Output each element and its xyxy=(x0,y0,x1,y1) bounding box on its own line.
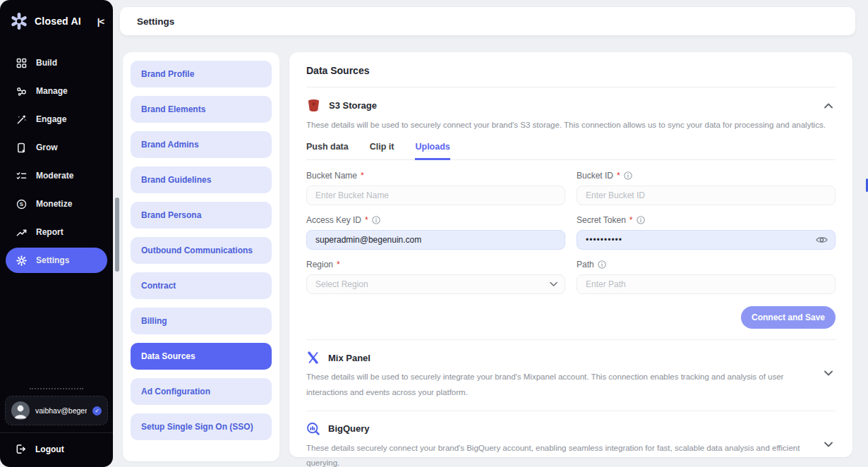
bucket-id-input[interactable] xyxy=(577,186,836,205)
sidebar-item-label: Settings xyxy=(36,255,69,265)
chevron-down-icon xyxy=(550,282,557,287)
required-marker: * xyxy=(361,171,364,181)
settings-nav-item-ad-configuration[interactable]: Ad Configuration xyxy=(131,378,272,405)
eye-icon[interactable] xyxy=(816,236,828,244)
path-input[interactable] xyxy=(577,274,836,294)
bucket-id-label: Bucket ID xyxy=(577,171,613,181)
verified-badge-icon: ✓ xyxy=(92,406,102,416)
region-field: Region * Select Region xyxy=(306,260,565,294)
settings-nav-item-outbound-communications[interactable]: Outbound Communications xyxy=(131,237,272,264)
sidebar-item-label: Monetize xyxy=(36,199,72,209)
settings-nav-item-brand-persona[interactable]: Brand Persona xyxy=(131,202,272,229)
logout-label: Logout xyxy=(35,444,64,454)
settings-gear-icon xyxy=(16,255,27,266)
sidebar-collapse-icon[interactable]: |< xyxy=(97,16,104,27)
tab-clip-it[interactable]: Clip it xyxy=(370,142,394,159)
page-title: Settings xyxy=(137,16,174,27)
sidebar-bottom: vaibhav@begenu... ✓ Logout xyxy=(0,388,113,467)
logout-button[interactable]: Logout xyxy=(0,432,113,467)
required-marker: * xyxy=(617,171,620,181)
manage-nodes-icon xyxy=(16,85,27,97)
settings-nav-item-billing[interactable]: Billing xyxy=(131,308,272,334)
mixpanel-icon xyxy=(306,351,320,365)
sidebar-item-monetize[interactable]: S Monetize xyxy=(0,191,113,217)
sidebar-item-settings[interactable]: Settings xyxy=(6,248,107,273)
sidebar-item-label: Build xyxy=(36,58,57,68)
avatar xyxy=(11,401,30,420)
secret-token-label: Secret Token xyxy=(577,215,626,225)
chevron-up-icon[interactable] xyxy=(821,100,836,111)
mixpanel-title: Mix Panel xyxy=(328,353,370,363)
bigquery-description: These details securely connect your bran… xyxy=(306,441,810,467)
bucket-name-label: Bucket Name xyxy=(306,171,357,181)
info-icon[interactable] xyxy=(598,260,606,269)
required-marker: * xyxy=(365,215,368,225)
s3-title: S3 Storage xyxy=(329,100,377,111)
settings-nav: Brand Profile Brand Elements Brand Admin… xyxy=(123,52,279,461)
settings-nav-item-brand-elements[interactable]: Brand Elements xyxy=(131,96,272,123)
grow-device-icon xyxy=(16,142,27,153)
sidebar-item-label: Engage xyxy=(36,114,66,124)
mixpanel-description: These details will be used to securely i… xyxy=(306,370,810,400)
settings-nav-item-data-sources[interactable]: Data Sources xyxy=(131,343,272,370)
s3-description: These details will be used to securely c… xyxy=(306,118,836,133)
bigquery-icon xyxy=(306,422,320,436)
settings-nav-item-sso[interactable]: Setup Single Sign On (SSO) xyxy=(131,413,272,440)
sidebar-item-engage[interactable]: Engage xyxy=(0,107,113,132)
logo-row: Closed AI |< xyxy=(0,0,113,39)
s3-form: Bucket Name * Bucket ID * Acc xyxy=(306,171,836,294)
info-icon[interactable] xyxy=(372,216,380,224)
settings-nav-item-brand-profile[interactable]: Brand Profile xyxy=(131,61,272,87)
bigquery-section: BigQuery These details securely connect … xyxy=(306,422,836,467)
report-trend-icon xyxy=(16,226,27,238)
s3-bucket-icon xyxy=(306,98,321,113)
access-key-label: Access Key ID xyxy=(306,215,361,225)
required-marker: * xyxy=(629,215,633,225)
bucket-name-field: Bucket Name * xyxy=(306,171,565,205)
secret-token-input[interactable] xyxy=(577,230,836,250)
region-select[interactable]: Select Region xyxy=(306,274,565,294)
path-field: Path xyxy=(577,260,836,294)
settings-nav-item-contract[interactable]: Contract xyxy=(131,272,272,299)
region-label: Region xyxy=(306,260,333,269)
section-title: Data Sources xyxy=(306,65,836,76)
page-header: Settings xyxy=(120,7,855,35)
access-key-input[interactable] xyxy=(306,230,565,250)
info-icon[interactable] xyxy=(624,171,632,180)
moderate-checklist-icon xyxy=(16,170,27,181)
bucket-name-input[interactable] xyxy=(306,186,565,205)
settings-nav-item-brand-guidelines[interactable]: Brand Guidelines xyxy=(131,166,272,193)
sidebar-item-label: Moderate xyxy=(36,171,73,181)
s3-storage-section: S3 Storage These details will be used to… xyxy=(306,98,836,329)
svg-text:S: S xyxy=(19,201,23,207)
access-key-field: Access Key ID * xyxy=(306,215,565,250)
bigquery-title: BigQuery xyxy=(328,423,370,434)
brand-name: Closed AI xyxy=(35,16,81,27)
user-email: vaibhav@begenu... xyxy=(35,406,87,415)
user-profile-card[interactable]: vaibhav@begenu... ✓ xyxy=(5,396,108,425)
sidebar-item-report[interactable]: Report xyxy=(0,219,113,245)
build-grid-icon xyxy=(16,57,27,68)
app-sidebar: Closed AI |< Build Manage xyxy=(0,0,113,467)
sidebar-item-label: Manage xyxy=(36,86,68,96)
tab-uploads[interactable]: Uploads xyxy=(415,142,450,160)
info-icon[interactable] xyxy=(637,216,645,224)
settings-nav-item-brand-admins[interactable]: Brand Admins xyxy=(131,131,272,158)
s3-tabs: Push data Clip it Uploads xyxy=(306,142,836,160)
mixpanel-section: Mix Panel These details will be used to … xyxy=(306,351,836,400)
sidebar-item-grow[interactable]: Grow xyxy=(0,135,113,160)
sidebar-item-manage[interactable]: Manage xyxy=(0,78,113,104)
sidebar-item-moderate[interactable]: Moderate xyxy=(0,163,113,188)
chevron-down-icon[interactable] xyxy=(821,439,836,450)
primary-nav: Build Manage Engage xyxy=(0,50,113,273)
connect-and-save-button[interactable]: Connect and Save xyxy=(741,306,836,329)
drag-handle xyxy=(30,388,83,389)
sidebar-item-label: Grow xyxy=(36,142,58,152)
monetize-dollar-icon: S xyxy=(16,198,27,210)
chevron-down-icon[interactable] xyxy=(821,368,836,379)
sidebar-scrollbar-thumb[interactable] xyxy=(115,198,119,272)
data-sources-panel: Data Sources S3 Storage These details wi… xyxy=(289,52,852,457)
sidebar-item-build[interactable]: Build xyxy=(0,50,113,75)
brand-logo-icon xyxy=(10,12,28,30)
tab-push-data[interactable]: Push data xyxy=(306,142,349,159)
